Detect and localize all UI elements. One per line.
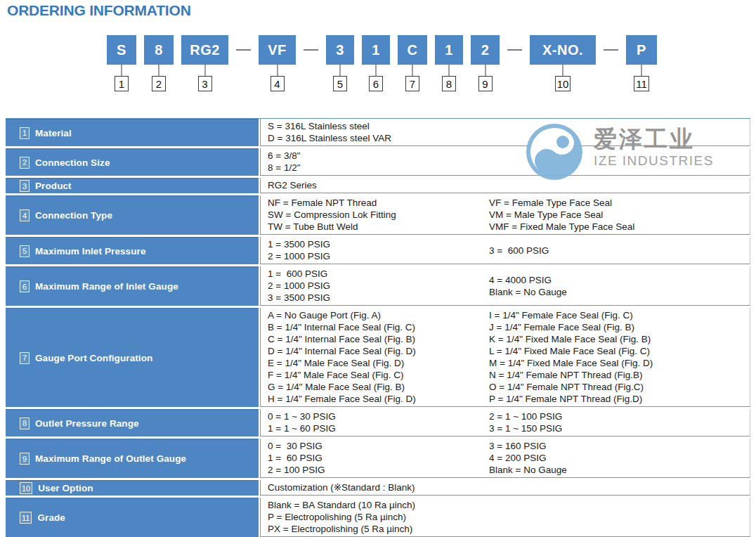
position-number-badge: 9 (478, 76, 493, 91)
table-row: 5Maximum Inlet Pressure1 = 3500 PSIG2 = … (6, 237, 750, 264)
option-line: M = 1/4" Fixed Male Face Seal (Fig. D) (489, 357, 750, 369)
table-row: 2Connection Size6 = 3/8"8 = 1/2" (6, 148, 750, 176)
position-number-badge: 3 (198, 76, 212, 91)
code-box: S (107, 35, 136, 65)
option-line: VMF = Fixed Male Type Face Seal (489, 221, 750, 233)
row-number-badge: 11 (20, 512, 32, 524)
connector-line (562, 65, 563, 76)
option-column-right: I = 1/4" Female Face Seal (Fig. C)J = 1/… (489, 309, 750, 405)
option-line: D = 1/4" Internal Face Seal (Fig. D) (268, 345, 489, 357)
option-column-right (489, 179, 750, 191)
row-content-cell: Customization (※Standard : Blank) (260, 480, 750, 496)
code-unit: P11 (626, 35, 657, 91)
row-label: Maximum Inlet Pressure (35, 246, 146, 257)
row-content-cell: 6 = 3/8"8 = 1/2" (260, 148, 750, 176)
row-label-cell: 10User Option (6, 480, 259, 496)
option-line: H = 1/4" Female Face Seal (Fig. D) (268, 393, 489, 405)
connector-line (412, 65, 413, 76)
row-label: Gauge Port Configuration (35, 353, 152, 363)
row-label: Grade (37, 512, 65, 523)
option-line: VF = Female Type Face Seal (489, 197, 750, 209)
row-label: Connection Type (35, 210, 112, 221)
row-label-cell: 1Material (6, 119, 259, 146)
code-unit: X-NO.10 (530, 35, 596, 91)
position-number-badge: 1 (115, 76, 129, 91)
row-content-cell: Blank = BA Standard (10 Ra µinch)P = Ele… (260, 498, 750, 537)
option-line: 1 = 600 PSIG (268, 268, 489, 280)
code-separator-dash (507, 49, 522, 51)
code-unit: C7 (398, 35, 427, 91)
row-number-badge: 8 (20, 418, 30, 429)
connector-line (339, 65, 341, 76)
row-number-badge: 3 (20, 180, 30, 192)
row-number-badge: 9 (20, 453, 30, 465)
row-content-cell: 1 = 600 PSIG2 = 1000 PSIG3 = 3500 PSIG4 … (260, 266, 750, 306)
table-row: 8Outlet Pressure Range0 = 1 ~ 30 PSIG1 =… (6, 409, 750, 436)
option-column-left: RG2 Series (268, 179, 489, 191)
connector-line (277, 65, 278, 76)
option-line: I = 1/4" Female Face Seal (Fig. C) (489, 309, 750, 321)
row-label-cell: 11Grade (6, 498, 259, 537)
code-unit: 35 (326, 35, 354, 91)
position-number-badge: 8 (442, 76, 456, 91)
table-row: 3ProductRG2 Series (6, 178, 750, 193)
row-label: Maximum Range of Inlet Gauge (35, 281, 178, 292)
row-label-cell: 7Gauge Port Configuration (6, 308, 259, 407)
row-content-cell: 0 = 1 ~ 30 PSIG1 = 1 ~ 60 PSIG2 = 1 ~ 10… (260, 409, 750, 436)
option-column-left: 0 = 1 ~ 30 PSIG1 = 1 ~ 60 PSIG (268, 410, 489, 434)
option-line: O = 1/4" Female NPT Thread (Fig.C) (489, 381, 750, 393)
row-number-badge: 5 (20, 245, 30, 257)
option-line: RG2 Series (268, 179, 489, 191)
option-line: 1 = 60 PSIG (268, 452, 489, 464)
row-content-cell: 0 = 30 PSIG1 = 60 PSIG2 = 100 PSIG3 = 16… (260, 439, 750, 478)
option-column-right: 3 = 600 PSIG (489, 238, 750, 262)
connector-line (121, 65, 122, 76)
option-column-left: A = No Gauge Port (Fig. A)B = 1/4" Inter… (268, 309, 489, 405)
option-line: N = 1/4" Female NPT Thread (Fig.B) (489, 369, 750, 381)
option-line: Customization (※Standard : Blank) (268, 481, 489, 493)
option-line: 6 = 3/8" (268, 150, 489, 162)
code-box: X-NO. (530, 35, 596, 65)
option-column-right (489, 499, 750, 535)
code-unit: 29 (471, 35, 500, 91)
code-box: P (626, 35, 657, 65)
code-unit: S1 (107, 35, 136, 91)
code-box: 1 (435, 35, 463, 65)
position-number-badge: 2 (152, 76, 166, 91)
row-number-badge: 2 (20, 157, 30, 169)
option-line: 2 = 100 PSIG (268, 464, 489, 476)
table-row: 9Maximum Range of Outlet Gauge0 = 30 PSI… (6, 439, 750, 478)
option-line: 4 = 200 PSIG (489, 452, 750, 464)
code-unit: RG23 (181, 35, 228, 91)
option-line: 1 = 3500 PSIG (268, 238, 489, 250)
ordering-information-page: ORDERING INFORMATION S182RG23VF43516C718… (0, 0, 756, 537)
row-label-cell: 3Product (6, 178, 259, 193)
option-line: Blank = BA Standard (10 Ra µinch) (268, 499, 489, 511)
connector-line (375, 65, 377, 76)
row-label: Product (35, 181, 72, 191)
table-row: 11GradeBlank = BA Standard (10 Ra µinch)… (6, 498, 750, 537)
code-box: 2 (471, 35, 500, 65)
option-column-right: VF = Female Type Face SealVM = Male Type… (489, 197, 750, 233)
option-line: 2 = 1 ~ 100 PSIG (489, 410, 750, 422)
option-line: TW = Tube Butt Weld (268, 221, 489, 233)
code-box: 1 (362, 35, 390, 65)
position-number-badge: 11 (634, 76, 649, 91)
option-line: 4 = 4000 PSIG (489, 274, 750, 286)
row-number-badge: 6 (20, 280, 30, 292)
position-number-badge: 10 (555, 76, 571, 91)
option-column-right: 3 = 160 PSIG4 = 200 PSIGBlank = No Gauge (489, 440, 750, 476)
connector-line (641, 65, 642, 76)
row-label: Maximum Range of Outlet Gauge (35, 453, 186, 464)
code-separator-dash (604, 49, 618, 51)
row-label: Connection Size (35, 157, 110, 168)
code-unit: 18 (435, 35, 463, 91)
option-line: K = 1/4" Fixed Male Face Seal (Fig. B) (489, 333, 750, 345)
row-content-cell: S = 316L Stainless steelD = 316L Stainle… (260, 119, 750, 146)
position-number-badge: 5 (333, 76, 347, 91)
row-label-cell: 8Outlet Pressure Range (6, 409, 259, 436)
code-unit: VF4 (259, 35, 296, 91)
option-line: 2 = 1000 PSIG (268, 250, 489, 262)
row-label-cell: 2Connection Size (6, 148, 259, 176)
code-row: S182RG23VF43516C71829X-NO.10P11 (107, 35, 657, 91)
